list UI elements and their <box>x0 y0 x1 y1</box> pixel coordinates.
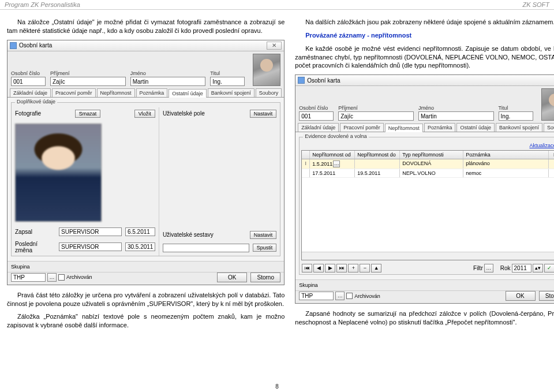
tab-bank[interactable]: Bankovní spojení <box>208 88 254 97</box>
archivovan-checkbox[interactable] <box>346 293 353 299</box>
ok-button[interactable]: OK <box>217 272 247 282</box>
tab-pozn[interactable]: Poznámka <box>424 123 456 132</box>
employee-photo <box>15 124 102 222</box>
header-right: ZK SOFT <box>523 1 549 8</box>
skupina-input[interactable]: THP <box>299 292 334 300</box>
ok-button[interactable]: OK <box>506 291 536 301</box>
prijmeni-label: Příjmení <box>338 105 414 111</box>
cell-dnu[interactable]: 6 <box>549 159 554 169</box>
left-intro: Na záložce „Ostatní údaje" je možné přid… <box>7 18 285 35</box>
cell-od[interactable]: 1.5.2011 <box>312 161 332 167</box>
nav-last-button[interactable]: ⏭ <box>336 264 347 272</box>
filtr-button[interactable]: … <box>484 264 493 272</box>
vlozit-button[interactable]: Vložit <box>134 110 155 118</box>
nastavit2-button[interactable]: Nastavit <box>250 231 277 239</box>
right-p1: Na dalších záložkách jsou pak zobrazeny … <box>295 18 554 27</box>
cell-do[interactable] <box>355 159 400 169</box>
left-p2: Pravá část této záložky je určena pro vy… <box>7 291 285 308</box>
left-window: Osobní karta ✕ Osobní číslo 001 Příjmení… <box>7 40 285 285</box>
cell-pozn[interactable]: plánováno <box>463 159 548 169</box>
titul-input[interactable]: Ing. <box>499 111 533 121</box>
rok-spinner[interactable]: ▴▾ <box>533 264 543 272</box>
skupina-input[interactable]: THP <box>11 273 46 282</box>
prijmeni-input[interactable]: Zajíc <box>50 77 126 86</box>
tabs-right: Základní údaje Pracovní poměr Nepřítomno… <box>295 122 554 132</box>
nav-prev-button[interactable]: ◀ <box>313 264 324 272</box>
col-typ[interactable]: Typ nepřítomnosti <box>400 151 463 159</box>
col-pozn[interactable]: Poznámka <box>463 151 548 159</box>
tab-pomer[interactable]: Pracovní poměr <box>340 123 384 132</box>
page-header: Program ZK Personalistika ZK SOFT <box>0 0 554 10</box>
titul-label: Titul <box>499 105 533 111</box>
archivovan-checkbox[interactable] <box>58 274 65 281</box>
aktualizace-link[interactable]: Aktualizace dat <box>529 143 554 148</box>
storno-button[interactable]: Storno <box>250 272 280 282</box>
oscislo-input[interactable]: 001 <box>11 77 46 86</box>
tab-pozn[interactable]: Poznámka <box>136 88 168 97</box>
col-do[interactable]: Nepřítomnost do <box>355 151 400 159</box>
cell-typ[interactable]: NEPL.VOLNO <box>400 169 463 177</box>
avatar <box>541 88 554 121</box>
titul-input[interactable]: Ing. <box>210 77 245 86</box>
tab-soubory[interactable]: Soubory <box>544 123 554 132</box>
table-row[interactable]: I 1.5.2011 … DOVOLENÁ plánováno 6 <box>302 159 554 169</box>
titul-label: Titul <box>210 70 245 76</box>
close-icon[interactable]: ✕ <box>267 42 282 50</box>
skupina-lookup-button[interactable]: … <box>47 273 57 282</box>
nav-del-button[interactable]: − <box>360 264 370 272</box>
foto-label: Fotografie <box>15 110 41 117</box>
confirm-button[interactable]: ✓ <box>544 264 554 272</box>
sestavy-combo[interactable] <box>163 244 249 252</box>
cell-od[interactable]: 17.5.2011 <box>310 169 355 177</box>
rok-input[interactable]: 2011 <box>512 264 531 272</box>
tab-zaklad[interactable]: Základní údaje <box>298 123 339 132</box>
absence-grid: Nepřítomnost od Nepřítomnost do Typ nepř… <box>301 150 554 260</box>
table-row[interactable]: 17.5.2011 19.5.2011 NEPL.VOLNO nemoc 3 <box>302 169 554 178</box>
cell-dnu[interactable]: 3 <box>549 169 554 177</box>
prijmeni-label: Příjmení <box>50 70 126 76</box>
smazat-button[interactable]: Smazat <box>75 110 101 118</box>
col-od[interactable]: Nepřítomnost od <box>310 151 355 159</box>
nav-next-button[interactable]: ▶ <box>325 264 335 272</box>
header-left: Program ZK Personalistika <box>5 1 80 8</box>
storno-button[interactable]: Storno <box>539 291 554 301</box>
skupina-lookup-button[interactable]: … <box>335 292 345 300</box>
archivovan-label: Archivován <box>354 293 380 299</box>
nav-edit-button[interactable]: ▲ <box>371 264 381 272</box>
tabs-left: Základní údaje Pracovní poměr Nepřítomno… <box>8 87 284 98</box>
jmeno-label: Jméno <box>130 70 206 76</box>
cell-do[interactable]: 19.5.2011 <box>355 169 400 177</box>
section-title: Provázané záznamy - nepřítomnost <box>295 31 554 40</box>
tab-neprit[interactable]: Nepřítomnost <box>97 88 135 97</box>
window-title: Osobní karta <box>19 42 264 48</box>
tab-neprit[interactable]: Nepřítomnost <box>385 124 423 132</box>
zapsal-label: Zapsal <box>15 229 55 235</box>
zapsal-date: 6.5.2011 <box>125 227 155 236</box>
prijmeni-input[interactable]: Zajíc <box>338 111 414 121</box>
nav-first-button[interactable]: ⏮ <box>302 264 312 272</box>
date-picker-button[interactable]: … <box>333 160 340 167</box>
cell-typ[interactable]: DOVOLENÁ <box>400 159 463 169</box>
tab-ostatni[interactable]: Ostatní údaje <box>169 89 207 98</box>
tab-ostatni[interactable]: Ostatní údaje <box>456 123 495 132</box>
page-number: 8 <box>0 383 554 390</box>
jmeno-input[interactable]: Martin <box>418 111 494 121</box>
tab-bank[interactable]: Bankovní spojení <box>496 123 542 132</box>
nav-add-button[interactable]: + <box>348 264 358 272</box>
oscislo-input[interactable]: 001 <box>299 111 334 121</box>
nastavit-button[interactable]: Nastavit <box>250 110 277 118</box>
zmena-label: Poslední změna <box>15 241 55 253</box>
window-title-2: Osobní karta <box>307 77 552 84</box>
jmeno-input[interactable]: Martin <box>130 77 206 86</box>
tab-zaklad[interactable]: Základní údaje <box>10 88 51 97</box>
scrollbar-horizontal[interactable] <box>302 252 554 260</box>
spustit-button[interactable]: Spustit <box>253 244 277 252</box>
cell-pozn[interactable]: nemoc <box>463 169 548 177</box>
rok-label: Rok <box>500 265 511 271</box>
col-marker <box>302 151 310 159</box>
tab-pomer[interactable]: Pracovní poměr <box>52 88 96 97</box>
col-dnu[interactable]: Dnů <box>549 151 554 159</box>
left-p3: Záložka „Poznámka" nabízí textové pole s… <box>7 312 285 330</box>
tab-soubory[interactable]: Soubory <box>256 88 282 97</box>
app-icon <box>298 77 305 84</box>
